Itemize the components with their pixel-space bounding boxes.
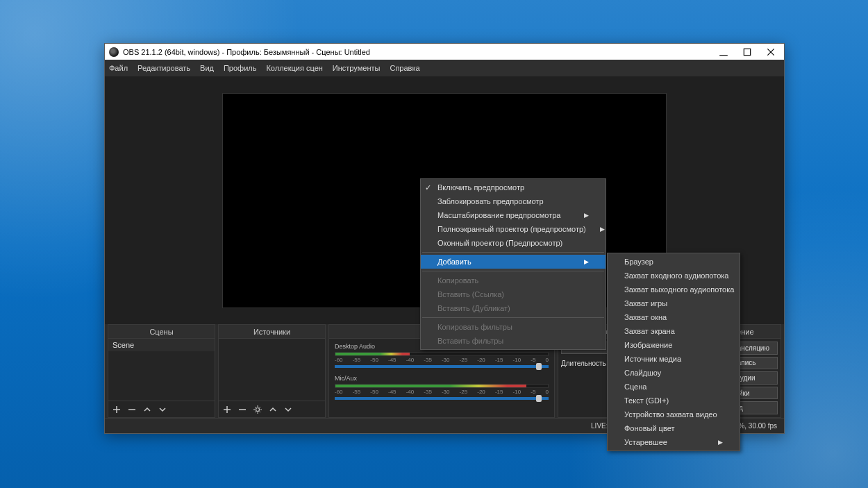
- scene-item[interactable]: Scene: [108, 339, 215, 351]
- context-sub-item[interactable]: Захват входного аудиопотока: [608, 269, 740, 283]
- context-menu-label: Включить предпросмотр: [437, 183, 524, 192]
- menu-tools[interactable]: Инструменты: [333, 64, 381, 72]
- context-sub-item[interactable]: Захват окна: [608, 310, 740, 324]
- move-scene-up-button[interactable]: [142, 404, 153, 415]
- window-title: OBS 21.1.2 (64bit, windows) - Профиль: Б…: [123, 48, 370, 56]
- context-menu-main: ✓Включить предпросмотрЗаблокировать пред…: [420, 178, 606, 350]
- context-sub-item[interactable]: Захват игры: [608, 296, 740, 310]
- submenu-arrow-icon: ▶: [704, 439, 723, 446]
- menu-help[interactable]: Справка: [390, 64, 419, 72]
- add-scene-button[interactable]: [111, 404, 122, 415]
- remove-source-button[interactable]: [237, 404, 248, 415]
- context-main-item[interactable]: Масштабирование предпросмотра▶: [421, 208, 606, 222]
- menu-file[interactable]: Файл: [109, 64, 128, 72]
- context-sub-item[interactable]: Текст (GDI+): [608, 394, 740, 407]
- context-main-item: Копировать фильтры: [421, 320, 606, 334]
- context-menu-label: Захват выходного аудиопотока: [624, 285, 734, 294]
- slider-thumb[interactable]: [536, 395, 542, 402]
- context-menu-label: Оконный проектор (Предпросмотр): [437, 239, 562, 247]
- menu-edit[interactable]: Редактировать: [137, 64, 190, 72]
- context-menu-label: Захват игры: [624, 299, 667, 308]
- context-sub-item[interactable]: Сцена: [608, 380, 740, 394]
- context-menu-separator: [422, 271, 604, 271]
- menu-profile[interactable]: Профиль: [224, 64, 257, 72]
- context-menu-label: Фоновый цвет: [624, 424, 674, 432]
- svg-line-15: [255, 407, 256, 408]
- context-main-item[interactable]: Заблокировать предпросмотр: [421, 194, 606, 208]
- obs-window: OBS 21.1.2 (64bit, windows) - Профиль: Б…: [104, 43, 785, 434]
- context-menu-label: Вставить фильтры: [437, 337, 503, 345]
- close-button[interactable]: [766, 47, 776, 57]
- audio-meter: [335, 352, 549, 356]
- context-menu-label: Добавить: [437, 258, 471, 266]
- source-properties-button[interactable]: [252, 404, 263, 415]
- submenu-arrow-icon: ▶: [570, 212, 589, 219]
- context-menu-label: Захват входного аудиопотока: [624, 271, 728, 280]
- menu-view[interactable]: Вид: [200, 64, 214, 72]
- titlebar[interactable]: OBS 21.1.2 (64bit, windows) - Профиль: Б…: [105, 44, 784, 60]
- context-sub-item[interactable]: Захват выходного аудиопотока: [608, 283, 740, 296]
- submenu-arrow-icon: ▶: [586, 226, 605, 233]
- context-menu-label: Слайдшоу: [624, 369, 661, 377]
- context-main-item[interactable]: Оконный проектор (Предпросмотр): [421, 236, 606, 250]
- context-sub-item[interactable]: Источник медиа: [608, 352, 740, 366]
- context-sub-item[interactable]: Устаревшее▶: [608, 435, 740, 449]
- move-source-up-button[interactable]: [267, 404, 278, 415]
- svg-rect-1: [744, 49, 750, 55]
- duration-label: Длительность: [561, 360, 606, 367]
- menu-scene-collection[interactable]: Коллекция сцен: [266, 64, 322, 72]
- remove-scene-button[interactable]: [126, 404, 137, 415]
- sources-panel: Источники: [218, 324, 326, 418]
- minimize-button[interactable]: [719, 47, 728, 57]
- svg-point-10: [256, 407, 260, 411]
- move-scene-down-button[interactable]: [157, 404, 168, 415]
- volume-slider[interactable]: [335, 397, 549, 400]
- context-menu-separator: [422, 317, 604, 318]
- context-menu-label: Копировать: [437, 276, 478, 285]
- submenu-arrow-icon: ▶: [570, 258, 589, 265]
- context-sub-item[interactable]: Устройство захвата видео: [608, 407, 740, 421]
- context-sub-item[interactable]: Браузер: [608, 255, 740, 269]
- context-sub-item[interactable]: Слайдшоу: [608, 366, 740, 380]
- add-source-button[interactable]: [222, 404, 233, 415]
- context-sub-item[interactable]: Фоновый цвет: [608, 421, 740, 435]
- meter-ticks: -60-55-50-45-40-35-30-25-20-15-10-50: [335, 357, 549, 363]
- svg-line-16: [260, 411, 261, 412]
- context-menu-label: Заблокировать предпросмотр: [437, 197, 544, 205]
- audio-meter: [335, 384, 549, 388]
- context-menu-label: Вставить (Дубликат): [437, 304, 510, 312]
- volume-slider[interactable]: [335, 365, 549, 368]
- obs-logo-icon: [109, 47, 119, 57]
- context-main-item: Вставить (Дубликат): [421, 301, 606, 315]
- context-sub-item[interactable]: Захват экрана: [608, 324, 740, 338]
- menubar: Файл Редактировать Вид Профиль Коллекция…: [105, 60, 784, 76]
- svg-line-17: [260, 407, 261, 408]
- context-menu-label: Вставить (Ссылка): [437, 290, 504, 298]
- context-main-item: Копировать: [421, 274, 606, 287]
- context-menu-label: Браузер: [624, 258, 653, 266]
- context-main-item[interactable]: Полноэкранный проектор (предпросмотр)▶: [421, 222, 606, 236]
- meter-ticks: -60-55-50-45-40-35-30-25-20-15-10-50: [335, 389, 549, 395]
- context-menu-label: Копировать фильтры: [437, 323, 512, 331]
- context-menu-label: Текст (GDI+): [624, 396, 669, 405]
- context-main-item: Вставить фильтры: [421, 334, 606, 348]
- context-menu-label: Устройство захвата видео: [624, 410, 717, 419]
- check-icon: ✓: [425, 183, 431, 192]
- slider-thumb[interactable]: [536, 363, 542, 370]
- move-source-down-button[interactable]: [283, 404, 294, 415]
- context-menu-label: Источник медиа: [624, 355, 681, 363]
- context-menu-label: Захват экрана: [624, 327, 675, 335]
- context-main-item[interactable]: ✓Включить предпросмотр: [421, 180, 606, 194]
- context-sub-item[interactable]: Изображение: [608, 338, 740, 352]
- context-menu-separator: [422, 252, 604, 253]
- context-main-item[interactable]: Добавить▶: [421, 255, 606, 269]
- context-menu-label: Полноэкранный проектор (предпросмотр): [437, 225, 586, 233]
- sources-header: Источники: [219, 325, 325, 339]
- channel-label: Mic/Aux: [335, 375, 549, 382]
- context-menu-add-source: БраузерЗахват входного аудиопотокаЗахват…: [607, 253, 740, 451]
- mixer-channel-mic: Mic/Aux -60-55-50-45-40-35-30-25-20-15-1…: [335, 375, 549, 400]
- context-menu-label: Сцена: [624, 382, 646, 391]
- context-menu-label: Изображение: [624, 341, 672, 349]
- maximize-button[interactable]: [742, 47, 752, 57]
- scenes-header: Сцены: [108, 325, 215, 339]
